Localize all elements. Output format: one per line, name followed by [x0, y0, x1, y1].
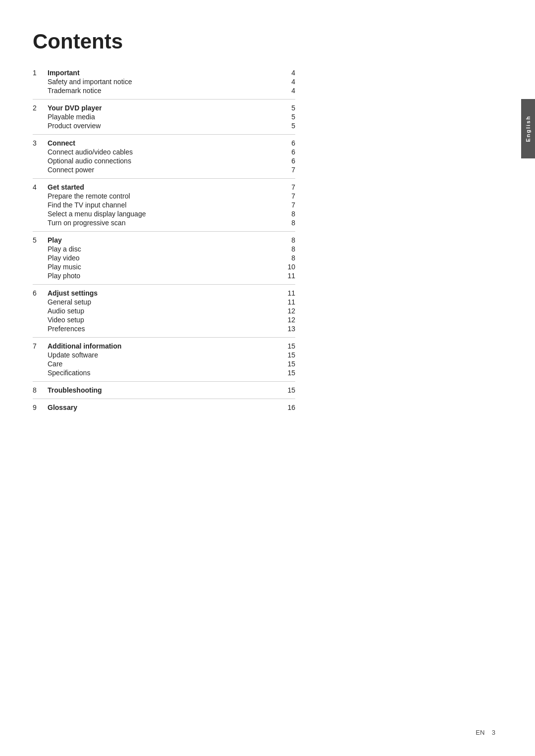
toc-main-row-6: 6Adjust settings11	[33, 289, 295, 298]
toc-title-9: Glossary	[48, 403, 285, 411]
page-container: English Contents 1Important4Safety and i…	[0, 0, 535, 756]
toc-sub-page-5-1: 8	[285, 254, 295, 262]
toc-sub-label-3-1: Optional audio connections	[48, 157, 285, 165]
toc-page-8: 15	[285, 386, 295, 394]
toc-sub-page-6-1: 12	[285, 307, 295, 315]
toc-number-4: 4	[33, 183, 48, 191]
toc-number-6: 6	[33, 289, 48, 297]
toc-number-8: 8	[33, 386, 48, 394]
toc-sub-row-5-2: Play music10	[33, 262, 295, 271]
toc-sub-row-5-3: Play photo11	[33, 271, 295, 280]
toc-main-row-3: 3Connect6	[33, 139, 295, 148]
toc-sub-label-5-2: Play music	[48, 263, 285, 271]
toc-main-row-4: 4Get started7	[33, 183, 295, 192]
toc-sub-label-7-0: Update software	[48, 351, 285, 359]
toc-sub-row-4-1: Find the TV input channel7	[33, 201, 295, 209]
toc-sub-label-5-1: Play video	[48, 254, 285, 262]
toc-title-4: Get started	[48, 183, 285, 191]
toc-sub-row-6-2: Video setup12	[33, 315, 295, 324]
toc-title-7: Additional information	[48, 342, 285, 350]
toc-title-2: Your DVD player	[48, 104, 285, 112]
toc-main-row-1: 1Important4	[33, 68, 295, 77]
toc-sub-row-1-1: Trademark notice4	[33, 86, 295, 95]
toc-sub-row-1-0: Safety and important notice4	[33, 77, 295, 86]
toc-sub-label-1-0: Safety and important notice	[48, 78, 285, 86]
toc-sub-page-6-0: 11	[285, 298, 295, 306]
toc-sub-row-3-1: Optional audio connections6	[33, 156, 295, 165]
toc-main-row-2: 2Your DVD player5	[33, 103, 295, 112]
toc-sub-label-6-3: Preferences	[48, 325, 285, 333]
toc-page-7: 15	[285, 342, 295, 350]
toc-number-2: 2	[33, 104, 48, 112]
toc-sub-label-4-2: Select a menu display language	[48, 210, 285, 218]
toc-page-1: 4	[285, 69, 295, 77]
section-divider-8	[33, 381, 295, 382]
toc-sub-row-7-1: Care15	[33, 359, 295, 368]
toc-sub-label-5-3: Play photo	[48, 272, 285, 280]
toc-sub-row-5-1: Play video8	[33, 253, 295, 262]
toc-section-6: 6Adjust settings11General setup11Audio s…	[33, 284, 295, 333]
toc-sub-label-4-3: Turn on progressive scan	[48, 219, 285, 227]
toc-sub-label-2-0: Playable media	[48, 113, 285, 121]
toc-sub-label-2-1: Product overview	[48, 122, 285, 130]
toc-section-3: 3Connect6Connect audio/video cables6Opti…	[33, 134, 295, 174]
toc-section-8: 8Troubleshooting15	[33, 381, 295, 395]
toc-main-row-9: 9Glossary16	[33, 403, 295, 412]
toc-sub-row-4-3: Turn on progressive scan8	[33, 218, 295, 227]
toc-sub-row-6-0: General setup11	[33, 298, 295, 306]
toc-section-7: 7Additional information15Update software…	[33, 337, 295, 377]
toc-sub-page-7-1: 15	[285, 360, 295, 368]
toc-sub-row-7-2: Specifications15	[33, 368, 295, 377]
toc-sub-page-3-1: 6	[285, 157, 295, 165]
toc-sub-row-3-2: Connect power7	[33, 165, 295, 174]
toc-sub-page-2-0: 5	[285, 113, 295, 121]
toc-title-8: Troubleshooting	[48, 386, 285, 394]
toc-page-5: 8	[285, 236, 295, 244]
toc-sub-row-5-0: Play a disc8	[33, 245, 295, 253]
toc-sub-page-5-2: 10	[285, 263, 295, 271]
toc-section-5: 5Play8Play a disc8Play video8Play music1…	[33, 231, 295, 280]
toc-page-9: 16	[285, 403, 295, 411]
page-title: Contents	[33, 30, 295, 53]
toc-title-5: Play	[48, 236, 285, 244]
toc-sub-row-3-0: Connect audio/video cables6	[33, 148, 295, 156]
toc-number-7: 7	[33, 342, 48, 350]
toc-main-row-8: 8Troubleshooting15	[33, 386, 295, 395]
toc-sub-row-6-1: Audio setup12	[33, 306, 295, 315]
section-divider-4	[33, 178, 295, 179]
toc-section-1: 1Important4Safety and important notice4T…	[33, 68, 295, 95]
toc-title-3: Connect	[48, 139, 285, 147]
toc-sub-page-4-3: 8	[285, 219, 295, 227]
sidebar-language: English	[525, 115, 531, 142]
toc-sub-label-4-1: Find the TV input channel	[48, 201, 285, 209]
toc-sub-page-5-3: 11	[285, 272, 295, 280]
toc-sub-page-7-2: 15	[285, 369, 295, 377]
toc-sub-page-6-3: 13	[285, 325, 295, 333]
toc-sub-label-1-1: Trademark notice	[48, 87, 285, 95]
toc-sub-page-3-2: 7	[285, 166, 295, 174]
section-divider-9	[33, 399, 295, 399]
toc-sub-label-6-0: General setup	[48, 298, 285, 306]
toc-title-6: Adjust settings	[48, 289, 285, 297]
section-divider-3	[33, 134, 295, 135]
toc-page-3: 6	[285, 139, 295, 147]
toc-section-2: 2Your DVD player5Playable media5Product …	[33, 99, 295, 130]
toc-sub-page-2-1: 5	[285, 122, 295, 130]
toc-sub-page-3-0: 6	[285, 148, 295, 156]
toc-page-2: 5	[285, 104, 295, 112]
toc-sub-page-1-1: 4	[285, 87, 295, 95]
toc-sub-page-4-1: 7	[285, 201, 295, 209]
toc-main-row-7: 7Additional information15	[33, 342, 295, 351]
toc-sub-label-6-2: Video setup	[48, 316, 285, 324]
toc-sub-label-3-2: Connect power	[48, 166, 285, 174]
toc-section-9: 9Glossary16	[33, 399, 295, 412]
toc-number-5: 5	[33, 236, 48, 244]
footer: EN 3	[476, 729, 495, 736]
toc-number-9: 9	[33, 403, 48, 411]
toc-section-4: 4Get started7Prepare the remote control7…	[33, 178, 295, 227]
section-divider-5	[33, 231, 295, 232]
toc-main-row-5: 5Play8	[33, 236, 295, 245]
toc-number-1: 1	[33, 69, 48, 77]
toc-sub-label-3-0: Connect audio/video cables	[48, 148, 285, 156]
toc-sub-label-6-1: Audio setup	[48, 307, 285, 315]
